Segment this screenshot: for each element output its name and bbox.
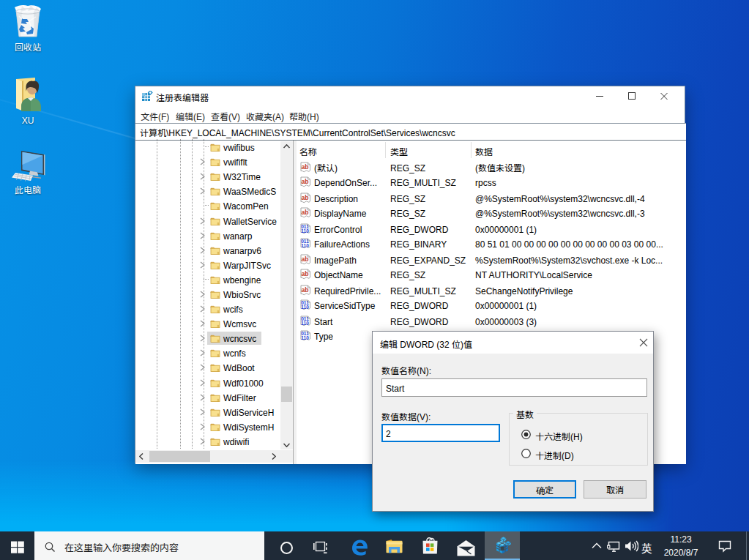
svg-text:110: 110: [301, 305, 309, 310]
svg-text:ab: ab: [301, 286, 308, 294]
svg-text:110: 110: [301, 335, 309, 340]
svg-text:ab: ab: [301, 209, 308, 216]
svg-text:110: 110: [301, 243, 309, 248]
svg-text:110: 110: [301, 321, 309, 326]
svg-text:ab: ab: [301, 163, 308, 171]
svg-text:ab: ab: [301, 194, 308, 201]
svg-text:ab: ab: [301, 178, 308, 185]
svg-text:ab: ab: [301, 255, 308, 263]
svg-text:110: 110: [301, 228, 309, 234]
svg-text:ab: ab: [301, 270, 308, 277]
